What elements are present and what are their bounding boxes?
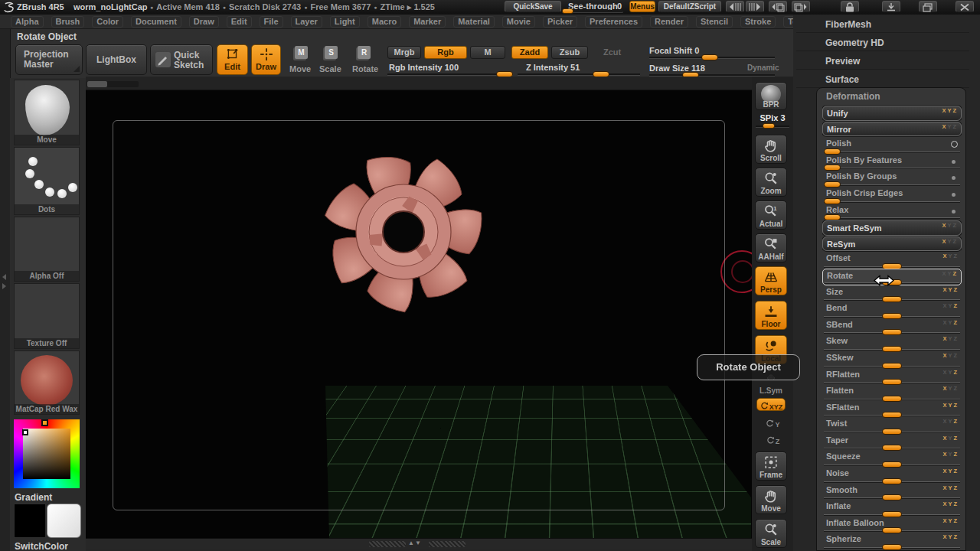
frame-button[interactable]: Frame bbox=[755, 452, 787, 481]
draw-button[interactable]: Draw bbox=[251, 44, 281, 75]
z-intensity-slider[interactable] bbox=[518, 73, 640, 75]
panel-shift-left-button[interactable] bbox=[769, 1, 787, 12]
section-surface[interactable]: Surface bbox=[796, 71, 969, 88]
axis-z-toggle[interactable]: Z bbox=[953, 500, 959, 507]
menu-alpha[interactable]: Alpha bbox=[11, 16, 44, 28]
rotate-z-button[interactable]: Z bbox=[761, 433, 784, 446]
hue-selector[interactable] bbox=[41, 419, 48, 426]
axis-toggles[interactable]: XYZ bbox=[942, 352, 959, 359]
main-color-swatch[interactable] bbox=[14, 504, 46, 538]
deformation-track[interactable] bbox=[824, 152, 960, 152]
deformation-track[interactable] bbox=[824, 217, 960, 218]
dock-left-button[interactable] bbox=[726, 1, 744, 12]
projection-master-button[interactable]: Projection Master bbox=[15, 44, 83, 75]
axis-z-toggle[interactable]: Z bbox=[953, 402, 959, 409]
deformation-smooth[interactable]: SmoothXYZ bbox=[822, 484, 962, 500]
deformation-rflatten[interactable]: RFlattenXYZ bbox=[822, 368, 962, 385]
zadd-button[interactable]: Zadd bbox=[511, 46, 548, 59]
quicksave-button[interactable]: QuickSave bbox=[505, 1, 561, 12]
left-edge-rail[interactable] bbox=[0, 29, 11, 551]
mrgb-button[interactable]: Mrgb bbox=[387, 46, 421, 59]
axis-toggles[interactable]: XYZ bbox=[942, 369, 959, 376]
deformation-squeeze[interactable]: SqueezeXYZ bbox=[822, 450, 962, 467]
dot-icon[interactable] bbox=[952, 193, 956, 197]
secondary-color-swatch[interactable] bbox=[47, 504, 81, 538]
scale-button[interactable]: Scale bbox=[755, 519, 787, 548]
divider-arrow-left-icon[interactable] bbox=[2, 274, 6, 280]
axis-toggles[interactable]: XYZ bbox=[942, 335, 959, 342]
axis-toggles[interactable]: XYZ bbox=[942, 451, 959, 458]
deformation-size[interactable]: SizeXYZ bbox=[822, 285, 962, 302]
canvas-updown-arrows[interactable]: ▲▼ bbox=[408, 540, 422, 546]
axis-z-toggle[interactable]: Z bbox=[953, 517, 959, 524]
persp-button[interactable]: Persp bbox=[755, 266, 787, 295]
section-preview[interactable]: Preview bbox=[796, 53, 969, 70]
menu-preferences[interactable]: Preferences bbox=[585, 16, 642, 28]
zoom-button[interactable]: Zoom bbox=[755, 168, 787, 197]
switchcolor-button[interactable]: SwitchColor bbox=[15, 541, 68, 551]
color-picker[interactable] bbox=[14, 419, 80, 488]
document-canvas[interactable]: ▲▼ bbox=[86, 77, 752, 549]
deformation-sflatten[interactable]: SFlattenXYZ bbox=[822, 401, 962, 418]
draw-size-slider[interactable] bbox=[649, 74, 775, 76]
menu-layer[interactable]: Layer bbox=[291, 16, 322, 28]
menu-document[interactable]: Document bbox=[131, 16, 181, 28]
axis-z-toggle[interactable]: Z bbox=[952, 107, 958, 114]
menu-draw[interactable]: Draw bbox=[189, 16, 219, 28]
axis-toggles[interactable]: XYZ bbox=[942, 238, 958, 245]
gradient-label[interactable]: Gradient bbox=[15, 492, 52, 503]
menu-marker[interactable]: Marker bbox=[409, 16, 446, 28]
zcut-button[interactable]: Zcut bbox=[603, 47, 621, 57]
quick-sketch-button[interactable]: Quick Sketch bbox=[150, 44, 213, 75]
deformation-sbend[interactable]: SBendXYZ bbox=[822, 318, 962, 335]
axis-toggles[interactable]: XYZ bbox=[942, 500, 959, 507]
restore-button[interactable] bbox=[919, 1, 937, 12]
deformation-unify[interactable]: UnifyXYZ bbox=[822, 106, 962, 121]
deformation-inflate-balloon[interactable]: Inflate BalloonXYZ bbox=[822, 517, 962, 533]
deformation-track[interactable] bbox=[824, 184, 960, 185]
axis-toggles[interactable]: XYZ bbox=[942, 402, 959, 409]
thumb-move[interactable]: Move bbox=[14, 80, 80, 145]
deformation-polish-by-features[interactable]: Polish By Features bbox=[822, 154, 962, 171]
panel-shift-right-button[interactable] bbox=[792, 1, 810, 12]
deformation-twist[interactable]: TwistXYZ bbox=[822, 417, 962, 434]
section-fibermesh[interactable]: FiberMesh bbox=[796, 16, 969, 33]
axis-z-toggle[interactable]: Z bbox=[953, 468, 959, 474]
deformation-track[interactable] bbox=[824, 168, 960, 168]
rgb-intensity-slider[interactable] bbox=[387, 73, 513, 75]
edit-button[interactable]: Edit bbox=[217, 44, 248, 75]
deformation-smart-resym[interactable]: Smart ReSymXYZ bbox=[822, 220, 962, 236]
menu-file[interactable]: File bbox=[260, 16, 283, 28]
axis-toggles[interactable]: XYZ bbox=[942, 107, 958, 114]
axis-z-toggle[interactable]: Z bbox=[952, 123, 958, 130]
sv-selector[interactable] bbox=[22, 429, 28, 435]
actual-button[interactable]: 1Actual bbox=[755, 201, 787, 230]
spix-handle[interactable] bbox=[763, 123, 775, 129]
menu-color[interactable]: Color bbox=[92, 16, 123, 28]
deformation-handle[interactable] bbox=[882, 544, 902, 550]
deformation-relax[interactable]: Relax bbox=[822, 204, 962, 220]
axis-z-toggle[interactable]: Z bbox=[952, 222, 958, 229]
deformation-polish-by-groups[interactable]: Polish By Groups bbox=[822, 170, 962, 187]
deformation-bend[interactable]: BendXYZ bbox=[822, 302, 962, 318]
focal-shift-handle[interactable] bbox=[701, 54, 718, 60]
axis-toggles[interactable]: XYZ bbox=[942, 270, 958, 277]
thumb-matcap-red-wax[interactable]: MatCap Red Wax bbox=[14, 350, 80, 415]
divider-arrow-right-icon[interactable] bbox=[2, 283, 6, 289]
rotate-xyz-button[interactable]: XYZ bbox=[756, 398, 786, 411]
menu-stroke[interactable]: Stroke bbox=[740, 16, 776, 28]
m-button[interactable]: M bbox=[470, 46, 505, 59]
axis-toggles[interactable]: XYZ bbox=[942, 533, 959, 540]
axis-toggles[interactable]: XYZ bbox=[942, 418, 959, 425]
dot-icon[interactable] bbox=[952, 210, 956, 214]
move-button[interactable]: Move bbox=[755, 485, 787, 514]
axis-toggles[interactable]: XYZ bbox=[942, 517, 959, 524]
dot-icon[interactable] bbox=[952, 176, 956, 180]
spix-slider[interactable]: SPix 3 bbox=[753, 113, 792, 132]
close-button[interactable] bbox=[956, 1, 974, 12]
axis-z-toggle[interactable]: Z bbox=[952, 270, 958, 277]
aahalf-button[interactable]: AAHalf bbox=[755, 233, 787, 262]
deformation-offset[interactable]: OffsetXYZ bbox=[822, 252, 962, 269]
rotate-button[interactable]: Rotate bbox=[352, 64, 378, 73]
menu-brush[interactable]: Brush bbox=[51, 16, 85, 28]
